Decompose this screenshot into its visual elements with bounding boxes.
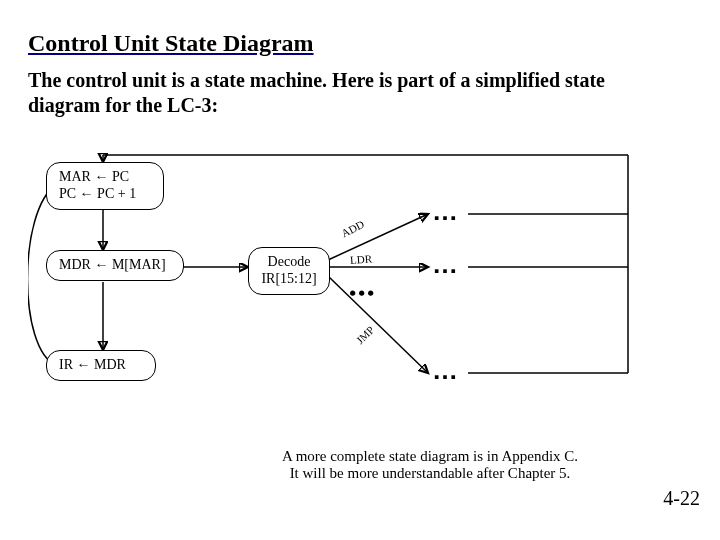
- slide-caption-line2: It will be more understandable after Cha…: [240, 465, 620, 482]
- ellipsis-vertical: •••: [348, 290, 375, 296]
- state-node-fetch-pc-line2: PC ← PC + 1: [59, 186, 151, 203]
- slide-caption: A more complete state diagram is in Appe…: [240, 448, 620, 482]
- state-node-ir-load-text: IR ← MDR: [59, 357, 126, 372]
- state-node-fetch-pc-line1: MAR ← PC: [59, 169, 151, 186]
- state-node-decode-line1: Decode: [261, 254, 317, 271]
- state-node-decode: Decode IR[15:12]: [248, 247, 330, 295]
- ellipsis-jmp: …: [432, 357, 460, 383]
- state-node-mem-read-text: MDR ← M[MAR]: [59, 257, 166, 272]
- state-node-ir-load: IR ← MDR: [46, 350, 156, 381]
- slide-title: Control Unit State Diagram: [28, 30, 314, 57]
- slide-body-text: The control unit is a state machine. Her…: [28, 68, 628, 118]
- slide-caption-line1: A more complete state diagram is in Appe…: [240, 448, 620, 465]
- edge-label-ldr: LDR: [350, 252, 373, 266]
- ellipsis-ldr: …: [432, 251, 460, 277]
- state-node-fetch-pc: MAR ← PC PC ← PC + 1: [46, 162, 164, 210]
- ellipsis-add: …: [432, 198, 460, 224]
- state-diagram: MAR ← PC PC ← PC + 1 MDR ← M[MAR] IR ← M…: [28, 150, 668, 440]
- page-number: 4-22: [663, 487, 700, 510]
- state-node-decode-line2: IR[15:12]: [261, 271, 317, 288]
- state-node-mem-read: MDR ← M[MAR]: [46, 250, 184, 281]
